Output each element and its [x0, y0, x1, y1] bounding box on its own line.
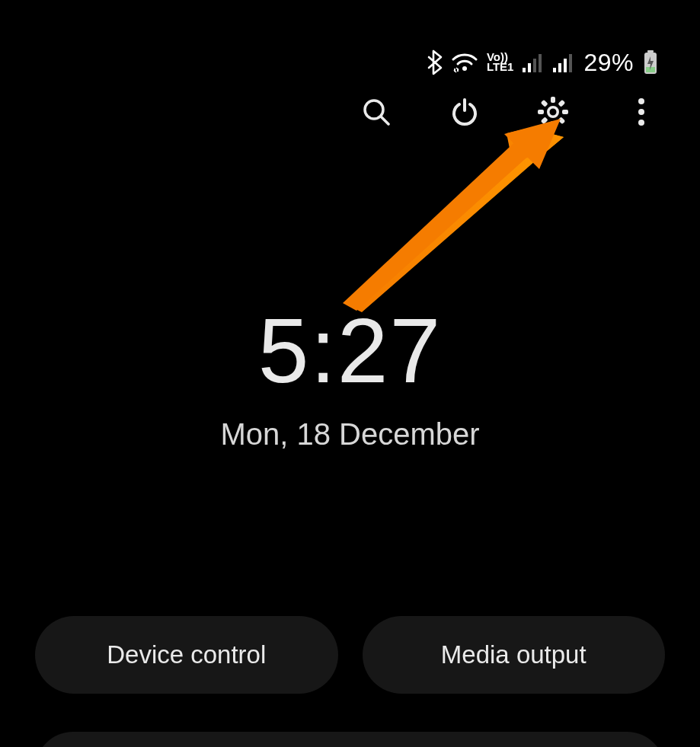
- search-icon: [361, 97, 392, 127]
- svg-rect-7: [564, 59, 567, 72]
- svg-rect-15: [551, 97, 555, 103]
- annotation-arrow: [335, 114, 579, 327]
- search-button[interactable]: [360, 95, 393, 129]
- clock-block: 5:27 Mon, 18 December: [0, 305, 700, 452]
- media-output-button[interactable]: Media output: [363, 616, 666, 694]
- svg-rect-16: [551, 121, 555, 127]
- status-bar: Vo)) LTE1 29%: [424, 47, 658, 78]
- volte-label: Vo)) LTE1: [487, 53, 514, 72]
- svg-rect-19: [558, 100, 565, 107]
- svg-rect-20: [541, 117, 548, 124]
- svg-rect-8: [569, 54, 572, 72]
- svg-marker-29: [343, 136, 539, 311]
- svg-rect-18: [562, 110, 568, 114]
- svg-rect-1: [523, 68, 526, 72]
- svg-rect-4: [539, 54, 542, 72]
- device-control-button[interactable]: Device control: [35, 616, 338, 694]
- svg-point-25: [638, 120, 644, 126]
- media-output-label: Media output: [441, 640, 587, 669]
- svg-line-13: [381, 117, 388, 124]
- svg-point-23: [638, 98, 644, 104]
- svg-point-0: [462, 66, 467, 71]
- power-button[interactable]: [448, 95, 481, 129]
- svg-rect-5: [553, 68, 556, 72]
- wifi-icon: [452, 52, 478, 73]
- battery-charging-icon: [643, 50, 658, 75]
- svg-rect-9: [647, 50, 654, 53]
- more-vert-icon: [637, 97, 646, 127]
- signal-icon-2: [553, 53, 574, 72]
- next-row-peek: [35, 732, 665, 747]
- svg-rect-22: [558, 117, 565, 124]
- svg-rect-6: [558, 63, 561, 72]
- quick-panel-actions: [360, 95, 658, 129]
- svg-rect-21: [541, 100, 548, 107]
- settings-button[interactable]: [536, 95, 570, 129]
- clock-time: 5:27: [0, 305, 700, 396]
- power-icon: [449, 97, 480, 127]
- svg-marker-26: [347, 128, 564, 312]
- bluetooth-icon: [424, 49, 443, 75]
- more-button[interactable]: [625, 95, 658, 129]
- battery-percent: 29%: [583, 49, 634, 77]
- device-control-label: Device control: [107, 640, 266, 669]
- clock-date: Mon, 18 December: [0, 417, 700, 452]
- svg-point-24: [638, 109, 644, 115]
- svg-rect-3: [533, 59, 536, 72]
- bottom-row: Device control Media output: [35, 616, 665, 694]
- svg-rect-2: [528, 63, 531, 72]
- signal-icon-1: [523, 53, 544, 72]
- svg-marker-27: [507, 128, 564, 160]
- gear-icon: [537, 96, 569, 128]
- svg-rect-17: [538, 110, 544, 114]
